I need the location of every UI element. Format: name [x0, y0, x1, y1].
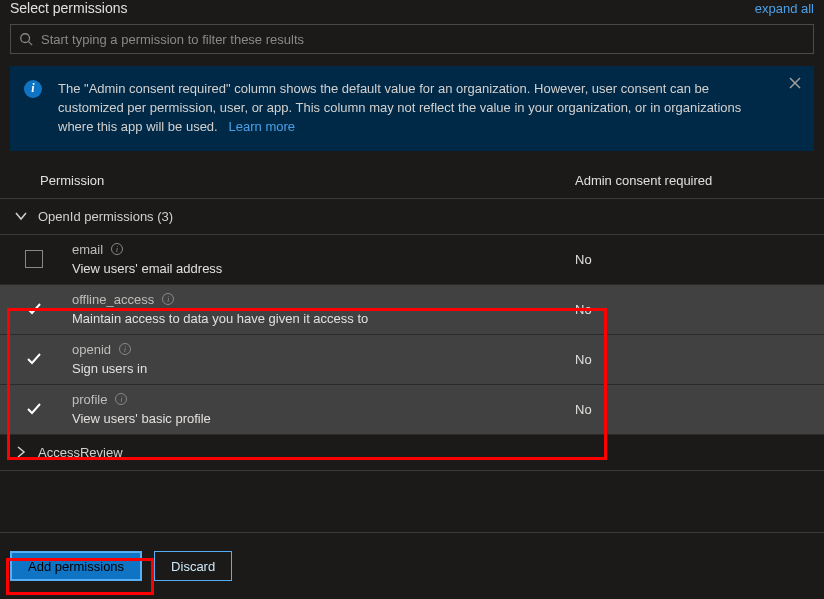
perm-name: offline_access	[72, 290, 154, 310]
group-accessreview[interactable]: AccessReview	[0, 435, 824, 471]
column-admin: Admin consent required	[575, 173, 814, 188]
perm-row-openid[interactable]: openidi Sign users in No	[0, 335, 824, 385]
chevron-down-icon	[14, 209, 28, 223]
page-title: Select permissions	[10, 0, 128, 16]
column-headers: Permission Admin consent required	[0, 161, 824, 199]
column-permission: Permission	[40, 173, 575, 188]
perm-name: openid	[72, 340, 111, 360]
admin-value: No	[575, 252, 824, 267]
search-input[interactable]	[41, 32, 805, 47]
search-icon	[19, 32, 33, 46]
group-label: AccessReview	[38, 445, 123, 460]
info-icon[interactable]: i	[119, 343, 131, 355]
chevron-right-icon	[14, 445, 28, 459]
checkmark-icon[interactable]	[25, 300, 43, 318]
info-icon[interactable]: i	[115, 393, 127, 405]
search-box[interactable]	[10, 24, 814, 54]
perm-desc: View users' basic profile	[72, 409, 575, 429]
group-label: OpenId permissions (3)	[38, 209, 173, 224]
info-icon[interactable]: i	[111, 243, 123, 255]
admin-value: No	[575, 352, 824, 367]
svg-line-1	[29, 42, 33, 46]
info-icon[interactable]: i	[162, 293, 174, 305]
close-icon[interactable]	[788, 76, 804, 92]
perm-row-profile[interactable]: profilei View users' basic profile No	[0, 385, 824, 435]
footer: Add permissions Discard	[0, 532, 824, 599]
checkbox-email[interactable]	[25, 250, 43, 268]
info-icon: i	[24, 80, 42, 98]
perm-row-email[interactable]: emaili View users' email address No	[0, 235, 824, 285]
perm-desc: View users' email address	[72, 259, 575, 279]
perm-desc: Sign users in	[72, 359, 575, 379]
group-openid[interactable]: OpenId permissions (3)	[0, 199, 824, 235]
perm-row-offline-access[interactable]: offline_accessi Maintain access to data …	[0, 285, 824, 335]
learn-more-link[interactable]: Learn more	[229, 119, 295, 134]
discard-button[interactable]: Discard	[154, 551, 232, 581]
checkmark-icon[interactable]	[25, 400, 43, 418]
add-permissions-button[interactable]: Add permissions	[10, 551, 142, 581]
perm-name: profile	[72, 390, 107, 410]
svg-point-0	[21, 34, 30, 43]
checkmark-icon[interactable]	[25, 350, 43, 368]
admin-value: No	[575, 302, 824, 317]
perm-desc: Maintain access to data you have given i…	[72, 309, 575, 329]
perm-name: email	[72, 240, 103, 260]
info-text: The "Admin consent required" column show…	[58, 81, 741, 134]
admin-value: No	[575, 402, 824, 417]
info-banner: i The "Admin consent required" column sh…	[10, 66, 814, 151]
expand-all-link[interactable]: expand all	[755, 1, 814, 16]
